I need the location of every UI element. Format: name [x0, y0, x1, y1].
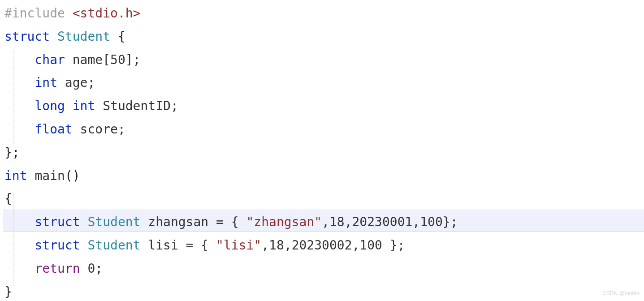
code-line: struct Student {: [4, 29, 125, 44]
code-line: };: [4, 145, 20, 160]
keyword-struct: struct: [35, 238, 80, 253]
code-line: #include <stdio.h>: [4, 6, 140, 21]
string-literal: "lisi": [216, 238, 261, 253]
type-name: Student: [57, 29, 110, 44]
code-line: {: [4, 191, 12, 206]
declaration: StudentID;: [95, 99, 178, 113]
brace-close: }: [4, 284, 12, 299]
code-line: }: [4, 284, 12, 299]
header-file: <stdio.h>: [73, 6, 141, 21]
preprocessor-include: include: [12, 6, 73, 21]
code-line-highlighted: struct Student zhangsan = { "zhangsan",1…: [4, 215, 458, 229]
code-line: return 0;: [4, 261, 103, 276]
initializer-values: ,18,20230002,100 };: [261, 238, 405, 253]
return-value: 0;: [80, 261, 103, 276]
code-line: char name[50];: [4, 52, 140, 67]
parentheses: (): [65, 168, 80, 183]
initializer-values: ,18,20230001,100};: [322, 215, 458, 229]
function-name: main: [35, 168, 65, 183]
keyword-char: char: [35, 52, 65, 67]
struct-end: };: [4, 145, 20, 160]
keyword-int: int: [4, 168, 27, 183]
code-editor: #include <stdio.h> struct Student { char…: [0, 0, 644, 301]
string-literal: "zhangsan": [246, 215, 322, 229]
code-line: float score;: [4, 122, 125, 137]
preprocessor-hash: #: [4, 6, 12, 21]
variable-init: zhangsan = {: [148, 215, 246, 229]
keyword-struct: struct: [4, 29, 50, 44]
declaration: age;: [57, 75, 95, 90]
keyword-float: float: [35, 122, 72, 137]
code-line: int age;: [4, 75, 95, 90]
keyword-long: long: [35, 99, 65, 113]
brace-open: {: [4, 191, 12, 206]
keyword-int: int: [35, 75, 57, 90]
code-line: long int StudentID;: [4, 99, 178, 113]
code-line: struct Student lisi = { "lisi",18,202300…: [4, 238, 405, 253]
variable-init: lisi = {: [148, 238, 216, 253]
declaration: name[50];: [65, 52, 141, 67]
keyword-return: return: [35, 261, 80, 276]
brace-open: {: [118, 29, 125, 44]
code-line: int main(): [4, 168, 80, 183]
type-name: Student: [87, 215, 140, 229]
keyword-struct: struct: [35, 215, 80, 229]
declaration: score;: [73, 122, 125, 137]
watermark: CSDN @mottte: [602, 288, 640, 298]
keyword-int: int: [73, 99, 95, 113]
type-name: Student: [87, 238, 140, 253]
